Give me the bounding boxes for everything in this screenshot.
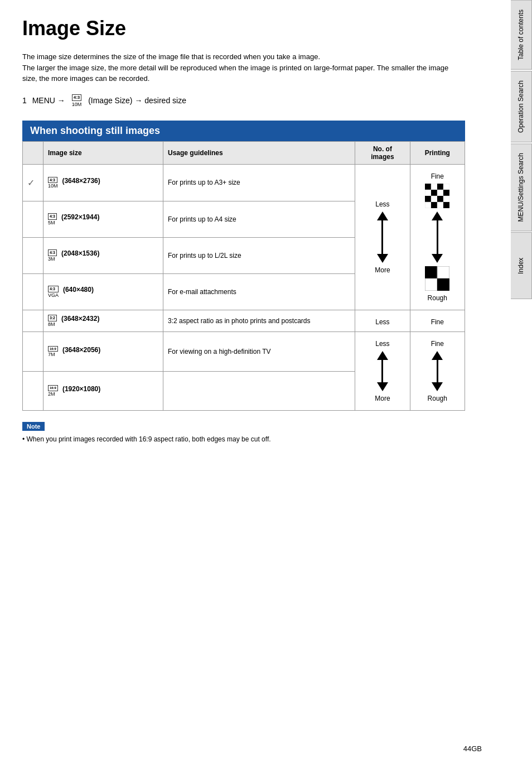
size-cell: 4:3 3M (2048×1536) bbox=[43, 237, 163, 273]
print-arrow-down-icon bbox=[432, 254, 443, 263]
col-header-usage: Usage guidelines bbox=[163, 142, 355, 165]
section-header: When shooting still images bbox=[22, 121, 465, 141]
col-header-image-size: Image size bbox=[43, 142, 163, 165]
image-table: Image size Usage guidelines No. ofimages… bbox=[22, 141, 465, 411]
table-row: 16:9 7M (3648×2056) For viewing on a hig… bbox=[23, 332, 465, 372]
images-span-cell-1: Less More bbox=[355, 165, 410, 310]
usage-cell: 3:2 aspect ratio as in photo prints and … bbox=[163, 310, 355, 332]
page-number: 44GB bbox=[463, 744, 482, 753]
images-cell-5: Less bbox=[355, 310, 410, 332]
step-number: 1 bbox=[22, 96, 27, 105]
rough-pattern-icon bbox=[425, 266, 449, 291]
menu-icon-box: 4:3 bbox=[72, 94, 82, 102]
tab-index[interactable]: Index bbox=[511, 232, 532, 299]
main-content: Image Size The image size determines the… bbox=[0, 0, 487, 467]
arrow-down2-icon bbox=[377, 382, 388, 391]
svg-rect-6 bbox=[437, 190, 443, 196]
printing-span-cell-2: Fine Rough bbox=[410, 332, 465, 411]
table-row: ✓ 4:3 10M (3648×2736) For prints up to A… bbox=[23, 165, 465, 201]
svg-rect-15 bbox=[443, 202, 449, 208]
page-title: Image Size bbox=[22, 17, 465, 40]
usage-cell: For prints up to L/2L size bbox=[163, 237, 355, 273]
note-header: Note bbox=[22, 422, 45, 431]
arrow-up2-icon bbox=[377, 351, 388, 360]
note-text: • When you print images recorded with 16… bbox=[22, 434, 465, 444]
print-arrow2-down-icon bbox=[432, 382, 443, 391]
tab-menu-settings-search[interactable]: MENU/Settings Search bbox=[511, 143, 532, 231]
arrow-up-icon bbox=[377, 212, 388, 220]
images-span-cell-2: Less More bbox=[355, 332, 410, 411]
svg-rect-7 bbox=[443, 190, 449, 196]
svg-rect-1 bbox=[431, 184, 437, 190]
svg-rect-12 bbox=[425, 202, 431, 208]
usage-cell bbox=[163, 371, 355, 411]
fine-pattern-icon bbox=[425, 184, 449, 208]
print-arrow2-up-icon bbox=[432, 351, 443, 360]
svg-rect-8 bbox=[425, 196, 431, 202]
svg-rect-10 bbox=[437, 196, 443, 202]
svg-rect-2 bbox=[437, 184, 443, 190]
svg-rect-13 bbox=[431, 202, 437, 208]
svg-rect-0 bbox=[425, 184, 431, 190]
svg-rect-18 bbox=[425, 278, 437, 291]
menu-text2: (Image Size) → desired size bbox=[86, 96, 186, 105]
size-cell: 4:3 VGA (640×480) bbox=[43, 274, 163, 310]
svg-rect-11 bbox=[443, 196, 449, 202]
size-cell: 16:9 2M (1920×1080) bbox=[43, 371, 163, 411]
table-header-row: Image size Usage guidelines No. ofimages… bbox=[23, 142, 465, 165]
menu-icon-mp: 10M bbox=[72, 102, 82, 107]
table-row: 3:2 8M (3648×2432) 3:2 aspect ratio as i… bbox=[23, 310, 465, 332]
tab-operation-search[interactable]: Operation Search bbox=[511, 71, 532, 142]
size-cell: 16:9 7M (3648×2056) bbox=[43, 332, 163, 372]
svg-rect-5 bbox=[431, 190, 437, 196]
svg-rect-4 bbox=[425, 190, 431, 196]
usage-cell: For prints up to A3+ size bbox=[163, 165, 355, 201]
svg-rect-16 bbox=[425, 266, 437, 278]
menu-text1: MENU → bbox=[30, 96, 67, 105]
print-arrow-up-icon bbox=[432, 212, 443, 220]
note-section: Note • When you print images recorded wi… bbox=[22, 422, 465, 444]
size-cell: 4:3 10M (3648×2736) bbox=[43, 165, 163, 201]
svg-rect-17 bbox=[437, 266, 449, 278]
col-header-images: No. ofimages bbox=[355, 142, 410, 165]
sidebar: Table of contents Operation Search MENU/… bbox=[489, 0, 532, 764]
printing-cell-5: Fine bbox=[410, 310, 465, 332]
col-header-empty bbox=[23, 142, 43, 165]
svg-rect-14 bbox=[437, 202, 443, 208]
usage-cell: For viewing on a high-definition TV bbox=[163, 332, 355, 372]
usage-cell: For e-mail attachments bbox=[163, 274, 355, 310]
svg-rect-3 bbox=[443, 184, 449, 190]
svg-rect-19 bbox=[437, 278, 449, 291]
menu-instruction: 1 MENU → 4:3 10M (Image Size) → desired … bbox=[22, 94, 465, 108]
tab-table-of-contents[interactable]: Table of contents bbox=[511, 0, 532, 70]
svg-rect-9 bbox=[431, 196, 437, 202]
printing-span-cell-1: Fine bbox=[410, 165, 465, 310]
usage-cell: For prints up to A4 size bbox=[163, 201, 355, 237]
selected-indicator: ✓ bbox=[23, 165, 43, 201]
size-cell: 3:2 8M (3648×2432) bbox=[43, 310, 163, 332]
arrow-down-icon bbox=[377, 254, 388, 263]
menu-icon-wrapper: 4:3 10M bbox=[72, 94, 82, 108]
intro-paragraph1: The image size determines the size of th… bbox=[22, 51, 465, 84]
size-cell: 4:3 5M (2592×1944) bbox=[43, 201, 163, 237]
arrow-shaft bbox=[381, 220, 383, 254]
col-header-printing: Printing bbox=[410, 142, 465, 165]
